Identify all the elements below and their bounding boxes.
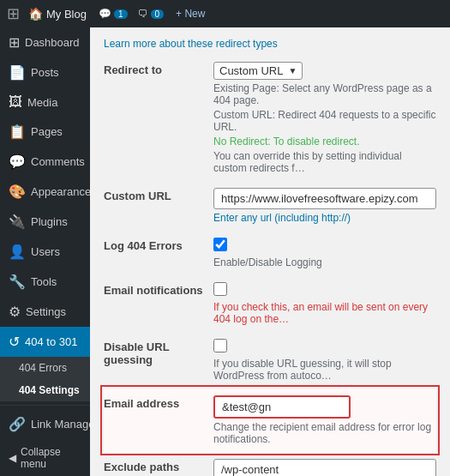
- collapse-icon: ◀: [9, 452, 16, 464]
- new-button[interactable]: + New: [176, 8, 205, 20]
- main-content: Learn more about these redirect types Re…: [90, 27, 450, 476]
- message-count[interactable]: 🗨 0: [138, 8, 165, 20]
- sidebar-item-plugins[interactable]: 🔌 Plugins: [0, 207, 90, 237]
- settings-form-table: Redirect to Custom URL ▼ Existing Page: …: [104, 55, 436, 476]
- appearance-icon: 🎨: [9, 184, 26, 200]
- email-notifications-help: If you check this, an email will be sent…: [213, 301, 436, 325]
- exclude-paths-input[interactable]: [213, 459, 436, 476]
- sidebar-separator: [0, 405, 90, 406]
- field-email-address: Change the recipient email address for e…: [213, 389, 436, 452]
- custom-url-input[interactable]: [213, 188, 436, 209]
- redirect-help-1: Existing Page: Select any WordPress page…: [213, 82, 436, 106]
- redirect-help-3: No Redirect: To disable redirect.: [213, 136, 436, 148]
- row-email-address: Email address Change the recipient email…: [104, 389, 436, 452]
- sidebar-item-pages[interactable]: 📋 Pages: [0, 117, 90, 147]
- field-exclude-paths: [213, 452, 436, 476]
- log-404-errors-checkbox[interactable]: [213, 238, 227, 251]
- redirect-to-select[interactable]: Custom URL ▼: [213, 62, 303, 80]
- disable-url-guessing-help: If you disable URL guessing, it will sto…: [213, 358, 436, 382]
- users-icon: 👤: [9, 244, 26, 260]
- collapse-menu-button[interactable]: ◀ Collapse menu: [0, 439, 90, 476]
- sidebar-item-settings[interactable]: ⚙ Settings: [0, 297, 90, 327]
- wp-logo-icon: ⊞: [7, 4, 20, 23]
- wp-layout: ⊞ Dashboard 📄 Posts 🖼 Media 📋 Pages 💬 Co…: [0, 27, 450, 476]
- sidebar: ⊞ Dashboard 📄 Posts 🖼 Media 📋 Pages 💬 Co…: [0, 27, 90, 476]
- sidebar-item-appearance[interactable]: 🎨 Appearance: [0, 177, 90, 207]
- sidebar-item-comments[interactable]: 💬 Comments: [0, 147, 90, 177]
- row-exclude-paths: Exclude paths: [104, 452, 436, 476]
- label-log-404-errors: Log 404 Errors: [104, 231, 213, 275]
- sidebar-item-link-manager[interactable]: 🔗 Link Manager: [0, 409, 90, 439]
- top-bar: ⊞ 🏠 My Blog 💬 1 🗨 0 + New: [0, 0, 450, 27]
- sidebar-item-dashboard[interactable]: ⊞ Dashboard: [0, 27, 90, 57]
- disable-url-guessing-checkbox[interactable]: [213, 339, 227, 352]
- posts-icon: 📄: [9, 64, 26, 81]
- label-email-address: Email address: [104, 389, 213, 452]
- redirect-help-4: You can override this by setting individ…: [213, 150, 436, 174]
- label-exclude-paths: Exclude paths: [104, 452, 213, 476]
- site-name[interactable]: 🏠 My Blog: [28, 7, 87, 21]
- house-icon: 🏠: [28, 7, 43, 21]
- sidebar-item-tools[interactable]: 🔧 Tools: [0, 267, 90, 297]
- field-log-404-errors: Enable/Disable Logging: [213, 231, 436, 275]
- sidebar-sub-menu: 404 Errors 404 Settings: [0, 357, 90, 401]
- field-disable-url-guessing: If you disable URL guessing, it will sto…: [213, 332, 436, 389]
- comments-icon: 💬: [9, 154, 26, 170]
- field-email-notifications: If you check this, an email will be sent…: [213, 275, 436, 332]
- media-icon: 🖼: [9, 94, 22, 110]
- tools-icon: 🔧: [9, 274, 26, 290]
- field-redirect-to: Custom URL ▼ Existing Page: Select any W…: [213, 55, 436, 181]
- row-custom-url: Custom URL Enter any url (including http…: [104, 181, 436, 231]
- sidebar-item-media[interactable]: 🖼 Media: [0, 87, 90, 117]
- comment-count[interactable]: 💬 1: [99, 8, 128, 20]
- plugins-icon: 🔌: [9, 214, 26, 230]
- row-email-notifications: Email notifications If you check this, a…: [104, 275, 436, 332]
- label-redirect-to: Redirect to: [104, 55, 213, 181]
- redirect-help-2: Custom URL: Redirect 404 requests to a s…: [213, 109, 436, 133]
- row-redirect-to: Redirect to Custom URL ▼ Existing Page: …: [104, 55, 436, 181]
- learn-more-text[interactable]: Learn more about these redirect types: [104, 38, 436, 50]
- row-disable-url-guessing: Disable URL guessing If you disable URL …: [104, 332, 436, 389]
- redirect-icon: ↺: [9, 334, 20, 350]
- email-notifications-checkbox[interactable]: [213, 282, 227, 296]
- sidebar-item-users[interactable]: 👤 Users: [0, 237, 90, 267]
- log-404-errors-help: Enable/Disable Logging: [213, 256, 436, 268]
- email-address-help: Change the recipient email address for e…: [213, 421, 436, 445]
- pages-icon: 📋: [9, 124, 26, 140]
- sidebar-sub-item-404settings[interactable]: 404 Settings: [0, 379, 90, 401]
- chevron-down-icon: ▼: [288, 66, 297, 75]
- dashboard-icon: ⊞: [9, 34, 20, 51]
- label-custom-url: Custom URL: [104, 181, 213, 231]
- row-log-404-errors: Log 404 Errors Enable/Disable Logging: [104, 231, 436, 275]
- label-email-notifications: Email notifications: [104, 275, 213, 332]
- custom-url-help: Enter any url (including http://): [213, 212, 436, 224]
- email-address-input[interactable]: [213, 395, 351, 419]
- field-custom-url: Enter any url (including http://): [213, 181, 436, 231]
- link-manager-icon: 🔗: [9, 416, 26, 432]
- label-disable-url-guessing: Disable URL guessing: [104, 332, 213, 389]
- sidebar-item-404to301[interactable]: ↺ 404 to 301: [0, 327, 90, 357]
- top-bar-meta: 💬 1 🗨 0: [99, 8, 164, 20]
- sidebar-sub-item-404errors[interactable]: 404 Errors: [0, 357, 90, 379]
- settings-icon: ⚙: [9, 304, 21, 320]
- sidebar-item-posts[interactable]: 📄 Posts: [0, 57, 90, 87]
